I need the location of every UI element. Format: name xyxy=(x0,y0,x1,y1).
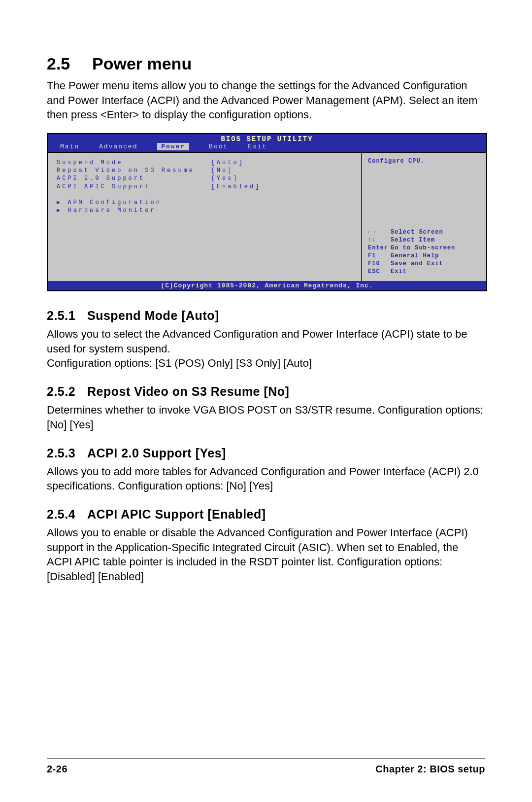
bios-menu-main: Main xyxy=(60,143,79,150)
bios-settings-panel: Suspend Mode [Auto] Repost Video on S3 R… xyxy=(48,153,361,281)
bios-key-legend: ←→Select Screen↑↓Select ItemEnterGo to S… xyxy=(368,229,481,276)
subsection-number: 2.5.4 xyxy=(47,507,87,522)
bios-key-row: ESCExit xyxy=(368,268,481,275)
section-number: 2.5 xyxy=(47,54,92,73)
subsection-title: Suspend Mode [Auto] xyxy=(87,309,219,322)
bios-menu-power: Power xyxy=(157,143,189,150)
bios-key: ↑↓ xyxy=(368,237,391,244)
subsection-number: 2.5.3 xyxy=(47,446,87,460)
subsection-title: ACPI 2.0 Support [Yes] xyxy=(87,446,226,460)
bios-key-row: ←→Select Screen xyxy=(368,229,481,236)
bios-title: BIOS SETUP UTILITY xyxy=(48,134,486,143)
bios-help-text: Configure CPU. xyxy=(368,158,481,165)
bios-key: Enter xyxy=(368,244,391,251)
subsection-body: Allows you to select the Advanced Config… xyxy=(47,327,485,371)
bios-key-row: ↑↓Select Item xyxy=(368,237,481,244)
bios-menu-exit: Exit xyxy=(248,143,267,150)
bios-menu-advanced: Advanced xyxy=(99,143,137,150)
bios-key-row: F1General Help xyxy=(368,252,481,259)
bios-key-action: Select Screen xyxy=(391,229,443,236)
subsection-body: Allows you to add more tables for Advanc… xyxy=(47,464,485,493)
bios-menu-bar: Main Advanced Power Boot Exit xyxy=(48,143,486,152)
subsection-heading: 2.5.2Repost Video on S3 Resume [No] xyxy=(47,384,485,399)
subsection-heading: 2.5.3ACPI 2.0 Support [Yes] xyxy=(47,446,485,460)
subsection-heading: 2.5.1Suspend Mode [Auto] xyxy=(47,309,485,323)
page-number: 2-26 xyxy=(47,764,67,775)
subsection-title: Repost Video on S3 Resume [No] xyxy=(87,384,289,398)
page-footer: 2-26 Chapter 2: BIOS setup xyxy=(47,758,485,775)
bios-key: F10 xyxy=(368,260,391,267)
bios-key-row: F10Save and Exit xyxy=(368,260,481,267)
bios-key-action: Go to Sub-screen xyxy=(391,244,455,251)
intro-paragraph: The Power menu items allow you to change… xyxy=(47,78,485,122)
subsection-number: 2.5.2 xyxy=(47,384,87,399)
bios-key-row: EnterGo to Sub-screen xyxy=(368,244,481,251)
bios-menu-boot: Boot xyxy=(209,143,228,150)
bios-key: ←→ xyxy=(368,229,391,236)
bios-copyright: (C)Copyright 1985-2002, American Megatre… xyxy=(48,281,486,290)
section-title: Power menu xyxy=(92,54,192,73)
bios-key-action: Save and Exit xyxy=(391,260,443,267)
bios-screenshot: BIOS SETUP UTILITY Main Advanced Power B… xyxy=(47,133,487,291)
bios-key: F1 xyxy=(368,252,391,259)
subsection-title: ACPI APIC Support [Enabled] xyxy=(87,507,266,521)
bios-help-panel: Configure CPU. ←→Select Screen↑↓Select I… xyxy=(361,153,486,281)
bios-key-action: General Help xyxy=(391,252,439,259)
subsection-body: Determines whether to invoke VGA BIOS PO… xyxy=(47,403,485,432)
subsection-heading: 2.5.4ACPI APIC Support [Enabled] xyxy=(47,507,485,522)
bios-key-action: Exit xyxy=(391,268,407,275)
bios-body: Suspend Mode [Auto] Repost Video on S3 R… xyxy=(48,152,486,281)
section-heading: 2.5Power menu xyxy=(47,54,485,73)
bios-key: ESC xyxy=(368,268,391,275)
chapter-label: Chapter 2: BIOS setup xyxy=(375,764,485,775)
subsection-body: Allows you to enable or disable the Adva… xyxy=(47,525,485,584)
bios-key-action: Select Item xyxy=(391,237,435,244)
subsection-number: 2.5.1 xyxy=(47,309,87,323)
